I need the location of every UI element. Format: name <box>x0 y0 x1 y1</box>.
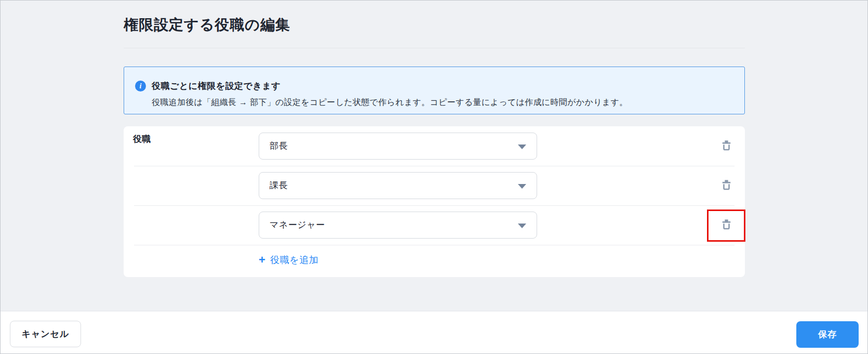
save-button[interactable]: 保存 <box>796 321 859 348</box>
delete-role-button[interactable] <box>715 135 738 158</box>
roles-form-card: 役職 部長 課長 <box>124 126 745 277</box>
delete-role-button[interactable] <box>715 174 738 197</box>
chevron-down-icon <box>518 184 526 189</box>
trash-icon <box>720 218 732 232</box>
role-row: 部長 <box>124 126 745 166</box>
plus-icon: + <box>259 255 265 265</box>
add-role-label: 役職を追加 <box>270 254 318 266</box>
role-select[interactable]: マネージャー <box>259 212 537 239</box>
footer-bar: キャンセル 保存 <box>1 311 867 353</box>
page-title: 権限設定する役職の編集 <box>124 15 290 35</box>
info-banner-title: 役職ごとに権限を設定できます <box>152 80 281 92</box>
role-select-value: 部長 <box>270 133 288 159</box>
role-select[interactable]: 課長 <box>259 172 537 199</box>
role-select-value: 課長 <box>270 173 288 199</box>
info-banner: i 役職ごとに権限を設定できます 役職追加後は「組織長 → 部下」の設定をコピー… <box>124 67 745 114</box>
role-select-value: マネージャー <box>270 212 325 238</box>
trash-icon <box>720 179 732 192</box>
delete-role-button-highlighted[interactable] <box>715 214 738 237</box>
info-banner-description: 役職追加後は「組織長 → 部下」の設定をコピーした状態で作られます。コピーする量… <box>152 97 628 108</box>
cancel-button[interactable]: キャンセル <box>10 321 81 347</box>
chevron-down-icon <box>518 145 526 149</box>
role-row: 課長 <box>124 166 745 205</box>
title-divider <box>124 48 745 48</box>
add-role-link[interactable]: + 役職を追加 <box>259 254 318 266</box>
add-role-row: + 役職を追加 <box>124 245 745 277</box>
role-row: マネージャー <box>124 205 745 245</box>
trash-icon <box>720 139 732 153</box>
role-select[interactable]: 部長 <box>259 133 537 160</box>
chevron-down-icon <box>518 224 526 228</box>
info-icon: i <box>135 81 146 91</box>
